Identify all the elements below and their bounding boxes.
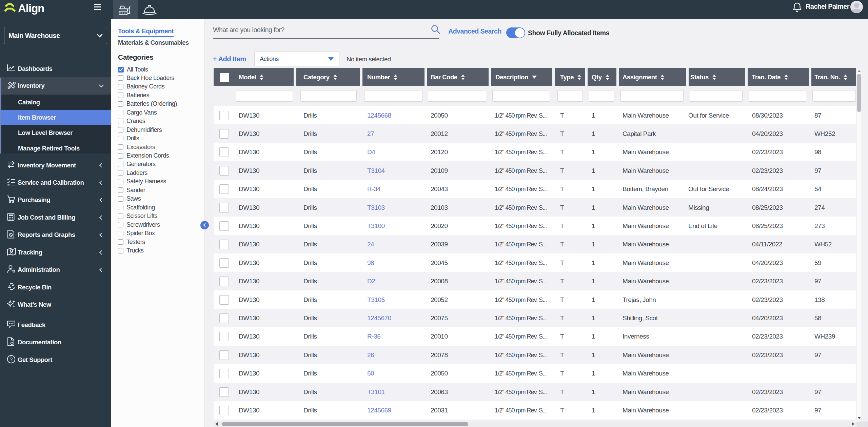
svg-text:?: ? — [10, 356, 13, 362]
svg-text:?: ? — [12, 342, 13, 344]
